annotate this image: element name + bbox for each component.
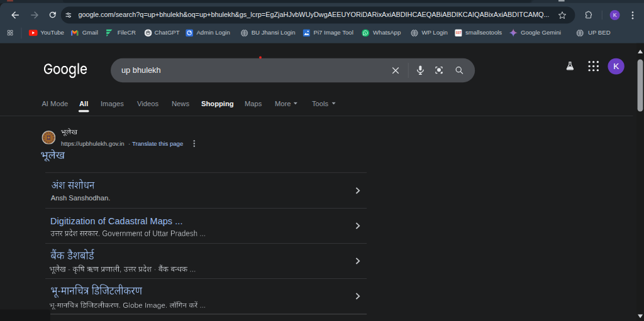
svg-text:SST: SST <box>455 32 461 35</box>
